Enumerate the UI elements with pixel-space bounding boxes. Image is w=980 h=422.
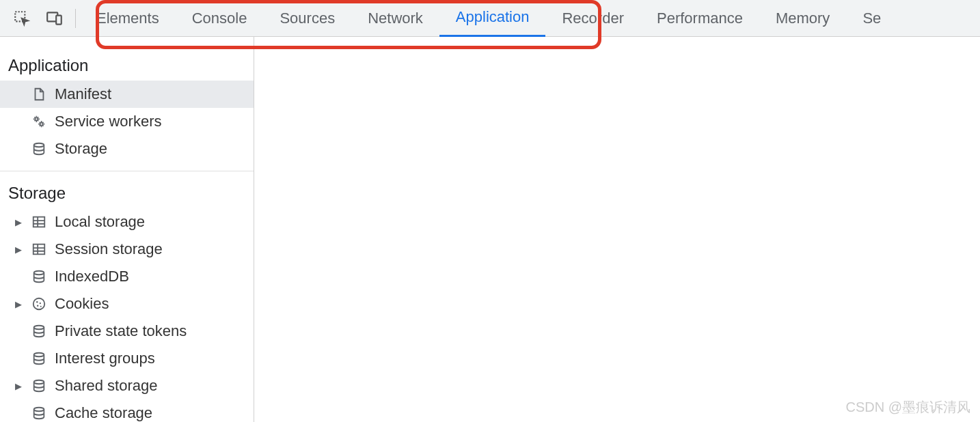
tab-performance[interactable]: Performance [640, 0, 759, 37]
tab-label: Elements [96, 10, 159, 27]
tab-se[interactable]: Se [846, 0, 897, 37]
sidebar-item-indexeddb[interactable]: IndexedDB [0, 263, 254, 290]
sidebar-item-service-workers[interactable]: Service workers [0, 108, 254, 135]
sidebar-item-label: Manifest [55, 85, 254, 103]
tab-label: Se [862, 10, 881, 27]
tab-label: Network [368, 10, 423, 27]
table-icon [30, 242, 48, 257]
expand-toggle-icon[interactable]: ▶ [14, 244, 23, 255]
device-toolbar-icon[interactable] [38, 0, 71, 37]
tab-application[interactable]: Application [439, 0, 546, 37]
database-icon [30, 269, 48, 284]
expand-toggle-icon[interactable]: ▶ [14, 381, 23, 391]
file-icon [30, 87, 48, 102]
tab-label: Sources [280, 10, 335, 27]
sidebar-item-interest-groups[interactable]: Interest groups [0, 345, 254, 372]
sidebar-item-label: Service workers [55, 113, 254, 130]
tab-sources[interactable]: Sources [263, 0, 351, 37]
expand-toggle-icon[interactable]: ▶ [14, 299, 23, 309]
body-area: ApplicationManifestService workersStorag… [0, 37, 980, 422]
sidebar-item-label: Cookies [55, 295, 254, 313]
main-panel [254, 37, 980, 422]
inspect-element-icon[interactable] [5, 0, 38, 37]
tab-console[interactable]: Console [176, 0, 264, 37]
table-icon [30, 214, 48, 229]
devtools-tabbar: ElementsConsoleSourcesNetworkApplication… [0, 0, 980, 37]
watermark: CSDN @墨痕诉清风 [845, 398, 970, 417]
database-icon [30, 378, 48, 393]
database-icon [30, 406, 48, 421]
sidebar-item-cookies[interactable]: ▶Cookies [0, 290, 254, 318]
sidebar-item-shared-storage[interactable]: ▶Shared storage [0, 372, 254, 399]
sidebar-item-label: Private state tokens [55, 322, 254, 340]
application-sidebar[interactable]: ApplicationManifestService workersStorag… [0, 37, 254, 422]
database-icon [30, 324, 48, 339]
sidebar-item-session-storage[interactable]: ▶Session storage [0, 236, 254, 263]
database-icon [30, 351, 48, 366]
sidebar-item-label: Shared storage [55, 377, 254, 395]
tab-label: Application [456, 8, 530, 26]
sidebar-item-manifest[interactable]: Manifest [0, 81, 254, 108]
section-header: Application [0, 44, 254, 81]
cookie-icon [30, 296, 48, 311]
tab-recorder[interactable]: Recorder [545, 0, 640, 37]
tabbar-divider [75, 9, 76, 28]
tabs-container: ElementsConsoleSourcesNetworkApplication… [80, 0, 897, 37]
tab-label: Recorder [562, 10, 623, 27]
tab-label: Console [192, 10, 247, 27]
tab-elements[interactable]: Elements [80, 0, 176, 37]
sidebar-item-label: Session storage [55, 240, 254, 258]
section-header: Storage [0, 171, 254, 208]
sidebar-item-label: IndexedDB [55, 268, 254, 285]
svg-rect-2 [56, 15, 62, 24]
tab-label: Memory [776, 10, 830, 27]
sidebar-item-private-state-tokens[interactable]: Private state tokens [0, 318, 254, 345]
sidebar-item-storage[interactable]: Storage [0, 135, 254, 163]
sidebar-item-label: Cache storage [55, 404, 254, 422]
tab-memory[interactable]: Memory [759, 0, 846, 37]
sidebar-item-cache-storage[interactable]: Cache storage [0, 399, 254, 422]
sidebar-item-label: Local storage [55, 213, 254, 231]
sidebar-item-label: Interest groups [55, 350, 254, 367]
sidebar-item-local-storage[interactable]: ▶Local storage [0, 208, 254, 236]
tab-label: Performance [657, 10, 743, 27]
database-icon [30, 141, 48, 156]
gears-icon [30, 114, 48, 129]
tab-network[interactable]: Network [351, 0, 439, 37]
sidebar-item-label: Storage [55, 140, 254, 158]
expand-toggle-icon[interactable]: ▶ [14, 217, 23, 227]
